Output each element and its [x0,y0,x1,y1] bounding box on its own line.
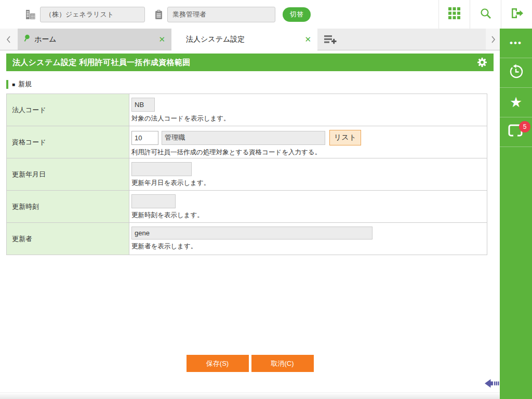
search-icon [480,7,492,22]
apps-grid-icon [448,7,461,22]
section-header: ■ 新規 [6,79,494,89]
field-label: 資格コード [7,126,129,158]
add-list-icon [323,34,337,45]
chevron-left-icon [5,35,12,44]
tabbar-filler [342,29,486,50]
field-hint: 更新年月日を表示します。 [131,179,482,188]
tab-bar: ホーム ✕ 法人システム設定 ✕ [0,29,500,50]
history-clock-icon [508,64,524,82]
qualification-code-input[interactable] [131,131,158,145]
settings-form-table: 法人コード 対象の法人コードを表示します。 資格コード リ [6,94,487,255]
field-label: 更新時刻 [7,191,129,223]
table-row-updated-by: 更新者 更新者を表示します。 [7,223,487,255]
role-input[interactable] [167,7,275,22]
field-label: 更新者 [7,223,129,255]
tab-corporate-settings-label: 法人システム設定 [186,35,303,44]
field-label: 法人コード [7,94,129,126]
logout-button[interactable] [501,0,532,29]
tab-home-label: ホーム [30,35,157,44]
switch-button[interactable]: 切替 [283,7,311,22]
tab-corporate-settings-close-icon[interactable]: ✕ [303,35,312,44]
tab-scroll-left-button[interactable] [0,29,18,50]
chevron-right-icon [489,35,497,44]
corporate-code-field [131,98,155,112]
action-buttons: 保存(S) 取消(C) [6,355,494,372]
table-row-qualification-code: 資格コード リスト 利用許可社員一括作成の処理対象とする資格コードを入力する。 [7,126,487,158]
star-icon: ★ [510,96,522,110]
search-button[interactable] [470,0,501,29]
right-sidebar: ••• ★ 5 [500,29,532,399]
tab-home[interactable]: ホーム ✕ [18,29,171,50]
page-header: 法人システム設定 利用許可社員一括作成資格範囲 [6,54,494,71]
field-hint: 利用許可社員一括作成の処理対象とする資格コードを入力する。 [131,148,482,157]
field-hint: 対象の法人コードを表示します。 [131,114,482,123]
collapse-panel-arrow-icon[interactable] [484,378,499,391]
table-row-corporate-code: 法人コード 対象の法人コードを表示します。 [7,94,487,126]
qualification-name-field [162,131,325,145]
update-time-field [131,194,176,208]
pin-icon [23,34,30,44]
company-building-icon [25,9,36,20]
apps-menu-button[interactable] [438,0,470,29]
notification-count-badge: 5 [519,121,530,132]
section-marker: ■ [12,82,15,87]
company-input[interactable] [40,7,145,22]
table-row-update-time: 更新時刻 更新時刻を表示します。 [7,191,487,223]
update-date-field [131,162,192,176]
tab-scroll-right-button[interactable] [486,29,500,50]
role-clipboard-icon [154,9,163,20]
ellipsis-icon: ••• [510,38,522,48]
history-button[interactable] [500,58,532,88]
topbar-context: 切替 [0,7,311,22]
main-area: ホーム ✕ 法人システム設定 ✕ 法人システム設定 利用許可社員一括作成資格範囲 [0,29,500,399]
table-row-update-date: 更新年月日 更新年月日を表示します。 [7,158,487,191]
notifications-button[interactable]: 5 [500,117,532,147]
page-title: 法人システム設定 利用許可社員一括作成資格範囲 [12,58,190,68]
save-button[interactable]: 保存(S) [187,355,249,372]
favorites-button[interactable]: ★ [500,88,532,117]
page-content: 法人システム設定 利用許可社員一括作成資格範囲 [0,54,500,372]
section-accent-bar [6,80,8,89]
updated-by-field [131,227,373,240]
field-hint: 更新時刻を表示します。 [131,211,482,220]
more-options-button[interactable]: ••• [500,29,532,58]
field-label: 更新年月日 [7,158,129,191]
section-title: 新規 [18,79,32,89]
tab-home-close-icon[interactable]: ✕ [157,35,166,44]
topbar: 切替 [0,0,532,29]
field-hint: 更新者を表示します。 [131,242,482,251]
tab-corporate-settings[interactable]: 法人システム設定 ✕ [171,29,317,50]
list-lookup-button[interactable]: リスト [329,130,361,145]
new-tab-button[interactable] [317,29,342,50]
bottom-fade [0,392,500,399]
logout-icon [510,7,524,21]
settings-gear-icon[interactable] [477,57,487,68]
cancel-button[interactable]: 取消(C) [251,355,314,372]
